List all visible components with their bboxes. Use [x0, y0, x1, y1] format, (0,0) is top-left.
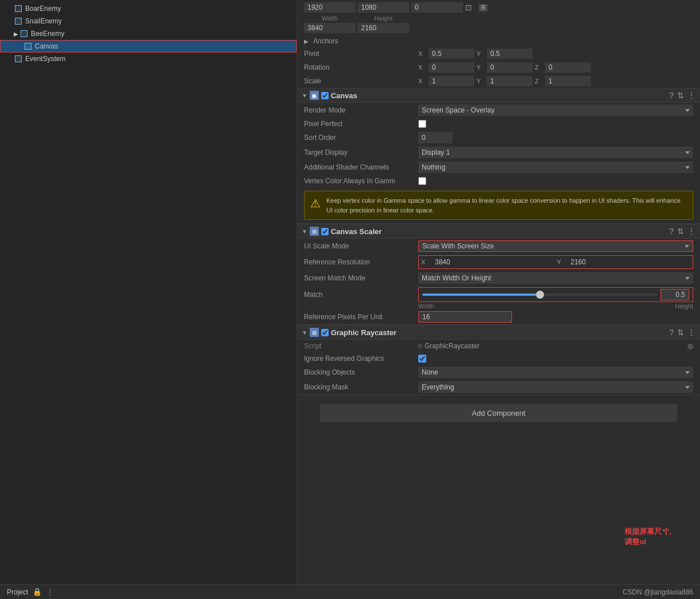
ui-scale-mode-dropdown[interactable]: Scale With Screen Size Constant Pixel Si…	[418, 240, 693, 252]
raycaster-help-icon[interactable]: ?	[669, 328, 674, 337]
scale-y-input[interactable]	[487, 76, 533, 86]
canvas-menu-icon[interactable]: ⋮	[687, 91, 695, 100]
ref-res-y-input[interactable]	[567, 257, 691, 267]
render-mode-label: Render Mode	[304, 106, 418, 114]
render-mode-row: Render Mode Screen Space - Overlay Scree…	[297, 103, 700, 118]
scaler-help-icon[interactable]: ?	[669, 227, 674, 236]
shader-channels-dropdown[interactable]: Nothing Everything	[418, 162, 693, 173]
ignore-reversed-checkbox[interactable]	[418, 355, 426, 363]
raycaster-settings-icon[interactable]: ⇅	[677, 328, 684, 337]
rotation-x-input[interactable]	[429, 62, 474, 73]
match-value-input[interactable]	[661, 289, 689, 300]
scaler-menu-icon[interactable]: ⋮	[687, 227, 695, 236]
sort-order-label: Sort Order	[304, 134, 418, 142]
canvas-section-header[interactable]: ▼ ▣ Canvas ? ⇅ ⋮	[297, 88, 700, 103]
scale-z-input[interactable]	[545, 76, 591, 86]
top-values-section: ⊡ R Width Height	[297, 0, 700, 35]
rotation-y-input[interactable]	[487, 62, 533, 73]
pos-z-input[interactable]	[411, 2, 463, 13]
vertex-color-checkbox[interactable]	[418, 177, 426, 185]
height-label: Height	[358, 15, 409, 22]
pivot-row: Pivot X Y	[297, 47, 700, 61]
canvas-help-icon[interactable]: ?	[669, 91, 674, 100]
bottom-left: Project 🔒 ⋮	[7, 588, 54, 596]
vertex-color-row: Vertex Color Always In Gamm	[297, 175, 700, 187]
hierarchy-item-event-system[interactable]: EventSystem	[0, 53, 297, 65]
left-panel: BoarEnemy SnailEnemy ▶ BeeEnemy	[0, 0, 297, 584]
hierarchy-item-boar-enemy[interactable]: BoarEnemy	[0, 2, 297, 15]
project-label: Project	[7, 588, 28, 596]
pivot-x-input[interactable]	[429, 49, 474, 59]
canvas-enabled-checkbox[interactable]	[321, 92, 329, 99]
reference-resolution-label: Reference Resolution	[304, 258, 418, 266]
height-input[interactable]	[358, 23, 409, 33]
hierarchy-item-bee-enemy[interactable]: ▶ BeeEnemy	[0, 27, 297, 40]
blocking-objects-dropdown[interactable]: None Two D Three D All	[418, 367, 693, 378]
script-target-icon: ◎	[687, 342, 693, 350]
target-display-row: Target Display Display 1 Display 2	[297, 145, 700, 160]
script-label: Script	[304, 342, 418, 350]
canvas-scaler-section: ▼ ⊞ Canvas Scaler ? ⇅ ⋮ 根据屏幕尺寸, 调整ui UI …	[297, 224, 700, 325]
canvas-scaler-header[interactable]: ▼ ⊞ Canvas Scaler ? ⇅ ⋮ 根据屏幕尺寸, 调整ui	[297, 224, 700, 239]
scale-row: Scale X Y Z	[297, 74, 700, 88]
ui-scale-mode-label: UI Scale Mode	[304, 242, 418, 250]
ui-scale-mode-row: UI Scale Mode Scale With Screen Size Con…	[297, 239, 700, 254]
pos-x-input[interactable]	[304, 2, 355, 13]
width-label: Width	[304, 15, 355, 22]
ref-res-x-input[interactable]	[431, 257, 555, 267]
scale-x-input[interactable]	[429, 76, 474, 86]
pivot-x-label: X	[418, 50, 426, 57]
canvas-section-title: Canvas	[331, 91, 669, 100]
shader-channels-label: Additional Shader Channels	[304, 163, 418, 171]
lock-icon[interactable]: 🔒	[33, 588, 42, 596]
add-component-button[interactable]: Add Component	[320, 404, 677, 422]
shader-channels-row: Additional Shader Channels Nothing Every…	[297, 160, 700, 175]
anchors-label: Anchors	[313, 37, 338, 45]
graphic-raycaster-header[interactable]: ▼ ⊞ Graphic Raycaster ? ⇅ ⋮	[297, 325, 700, 340]
width-input[interactable]	[304, 23, 355, 33]
vertex-color-label: Vertex Color Always In Gamm	[304, 177, 418, 185]
pixel-perfect-checkbox[interactable]	[418, 120, 426, 128]
rotation-row: Rotation X Y Z	[297, 61, 700, 74]
pixel-perfect-row: Pixel Perfect	[297, 118, 700, 130]
render-mode-dropdown[interactable]: Screen Space - Overlay Screen Space - Ca…	[418, 104, 693, 116]
anchors-row[interactable]: ▶ Anchors	[297, 35, 700, 47]
match-label: Match	[304, 291, 418, 299]
cube-icon	[14, 4, 23, 13]
canvas-toggle-icon: ▼	[302, 93, 307, 99]
screen-match-mode-label: Screen Match Mode	[304, 274, 418, 282]
pivot-y-input[interactable]	[487, 49, 533, 59]
event-system-label: EventSystem	[25, 55, 66, 63]
match-width-label: Width	[418, 303, 434, 309]
blocking-objects-row: Blocking Objects None Two D Three D All	[297, 365, 700, 380]
reference-resolution-row: Reference Resolution X Y	[297, 254, 700, 271]
canvas-section: ▼ ▣ Canvas ? ⇅ ⋮ Render Mode Screen Spac…	[297, 88, 700, 224]
scaler-enabled-checkbox[interactable]	[321, 228, 329, 235]
hierarchy-item-canvas[interactable]: Canvas	[0, 40, 297, 53]
raycaster-enabled-checkbox[interactable]	[321, 329, 329, 336]
pixel-perfect-label: Pixel Perfect	[304, 120, 418, 128]
hierarchy-item-snail-enemy[interactable]: SnailEnemy	[0, 15, 297, 27]
csdn-credit: CSDN @jiangdaxia886	[622, 588, 693, 596]
screen-match-mode-dropdown[interactable]: Match Width Or Height Expand Shrink	[418, 272, 693, 284]
blocking-mask-dropdown[interactable]: Everything Nothing	[418, 381, 693, 393]
boar-enemy-label: BoarEnemy	[25, 5, 61, 13]
match-slider[interactable]	[422, 294, 657, 296]
r-button[interactable]: R	[479, 4, 487, 11]
canvas-scaler-title: Canvas Scaler	[331, 227, 669, 236]
target-display-dropdown[interactable]: Display 1 Display 2	[418, 147, 693, 158]
menu-dots-icon[interactable]: ⋮	[46, 588, 54, 596]
screen-match-mode-row: Screen Match Mode Match Width Or Height …	[297, 271, 700, 286]
match-row: Match	[297, 286, 700, 304]
rotation-z-input[interactable]	[545, 62, 591, 73]
canvas-settings-icon[interactable]: ⇅	[677, 91, 684, 100]
raycaster-toggle-icon: ▼	[302, 329, 307, 336]
ref-pixels-input[interactable]	[418, 311, 512, 323]
scaler-settings-icon[interactable]: ⇅	[677, 227, 684, 236]
scaler-section-icon: ⊞	[310, 227, 319, 236]
pos-y-input[interactable]	[358, 2, 409, 13]
sort-order-input[interactable]	[418, 132, 453, 143]
scaler-toggle-icon: ▼	[302, 228, 307, 235]
raycaster-menu-icon[interactable]: ⋮	[687, 328, 695, 337]
graphic-raycaster-title: Graphic Raycaster	[331, 328, 669, 337]
